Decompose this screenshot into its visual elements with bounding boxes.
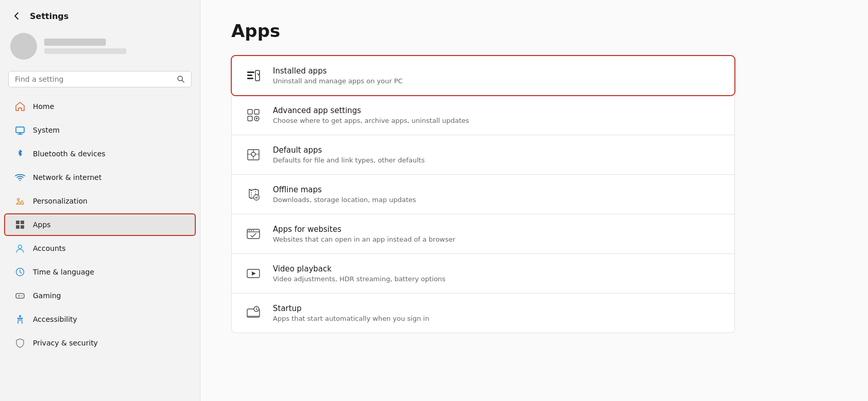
search-icon <box>177 75 185 83</box>
default-apps-desc: Defaults for file and link types, other … <box>273 156 424 164</box>
user-name <box>44 39 106 46</box>
offline-maps-title: Offline maps <box>273 185 416 194</box>
user-email <box>44 48 126 54</box>
settings-item-apps-for-websites[interactable]: Apps for websites Websites that can open… <box>231 214 735 254</box>
installed-apps-title: Installed apps <box>273 66 403 76</box>
svg-point-11 <box>21 296 22 297</box>
svg-point-12 <box>22 296 23 297</box>
sidebar-item-bluetooth[interactable]: Bluetooth & devices <box>4 142 196 165</box>
avatar <box>10 33 37 60</box>
main-content: Apps Installed apps Uninstall and manage… <box>200 0 868 401</box>
apps-icon <box>14 219 26 230</box>
apps-for-websites-text: Apps for websites Websites that can open… <box>273 225 455 243</box>
settings-item-offline-maps[interactable]: Offline maps Downloads, storage location… <box>231 175 735 214</box>
user-info <box>44 39 126 54</box>
svg-point-2 <box>20 180 21 181</box>
settings-item-advanced-app-settings[interactable]: Advanced app settings Choose where to ge… <box>231 96 735 135</box>
svg-rect-1 <box>16 127 24 133</box>
default-apps-text: Default apps Defaults for file and link … <box>273 145 424 164</box>
svg-rect-20 <box>248 116 252 121</box>
settings-item-startup[interactable]: Startup Apps that start automatically wh… <box>231 294 735 333</box>
advanced-app-settings-text: Advanced app settings Choose where to ge… <box>273 106 469 124</box>
sidebar-item-label-system: System <box>33 126 60 134</box>
home-icon <box>14 101 26 112</box>
back-button[interactable] <box>10 9 24 23</box>
sidebar-item-label-gaming: Gaming <box>33 291 61 300</box>
sidebar-item-gaming[interactable]: Gaming <box>4 284 196 307</box>
svg-point-24 <box>254 195 260 200</box>
offline-maps-text: Offline maps Downloads, storage location… <box>273 185 416 204</box>
sidebar-item-label-accounts: Accounts <box>33 244 66 252</box>
sidebar-item-label-privacy: Privacy & security <box>33 339 98 347</box>
video-playback-desc: Video adjustments, HDR streaming, batter… <box>273 275 446 283</box>
gaming-icon <box>14 290 26 301</box>
advanced-app-settings-title: Advanced app settings <box>273 106 469 115</box>
svg-point-28 <box>253 230 254 231</box>
startup-desc: Apps that start automatically when you s… <box>273 315 429 322</box>
svg-rect-15 <box>247 75 252 76</box>
sidebar-item-privacy[interactable]: Privacy & security <box>4 332 196 354</box>
accessibility-icon <box>14 314 26 325</box>
sidebar-item-label-personalization: Personalization <box>33 197 87 205</box>
sidebar-title: Settings <box>30 11 69 21</box>
startup-icon <box>244 304 263 322</box>
settings-item-video-playback[interactable]: Video playback Video adjustments, HDR st… <box>231 254 735 294</box>
sidebar-item-personalization[interactable]: Personalization <box>4 190 196 212</box>
svg-point-3 <box>17 198 20 200</box>
system-icon <box>14 124 26 136</box>
installed-apps-text: Installed apps Uninstall and manage apps… <box>273 66 403 85</box>
bluetooth-icon <box>14 148 26 159</box>
search-input[interactable] <box>15 75 172 83</box>
svg-point-26 <box>249 230 250 231</box>
sidebar-item-network[interactable]: Network & internet <box>4 166 196 189</box>
sidebar-item-home[interactable]: Home <box>4 95 196 118</box>
sidebar-item-label-bluetooth: Bluetooth & devices <box>33 150 105 158</box>
apps-for-websites-icon <box>244 225 263 243</box>
advanced-app-settings-icon <box>244 106 263 124</box>
svg-point-27 <box>251 230 252 231</box>
sidebar-item-label-time: Time & language <box>33 268 94 276</box>
svg-rect-19 <box>254 110 259 114</box>
svg-point-8 <box>19 245 22 249</box>
sidebar-item-label-apps: Apps <box>33 221 51 229</box>
svg-rect-16 <box>247 78 253 79</box>
svg-rect-7 <box>21 225 24 229</box>
sidebar-item-accounts[interactable]: Accounts <box>4 237 196 260</box>
user-section <box>0 28 200 68</box>
nav-list: Home System Bluetooth & devices <box>0 95 200 401</box>
sidebar-item-time[interactable]: Time & language <box>4 261 196 283</box>
svg-rect-4 <box>16 221 20 224</box>
accounts-icon <box>14 243 26 254</box>
sidebar-item-accessibility[interactable]: Accessibility <box>4 308 196 331</box>
startup-title: Startup <box>273 304 429 313</box>
privacy-icon <box>14 337 26 349</box>
network-icon <box>14 172 26 183</box>
svg-rect-14 <box>247 71 254 73</box>
startup-text: Startup Apps that start automatically wh… <box>273 304 429 322</box>
video-playback-title: Video playback <box>273 264 446 274</box>
sidebar-item-label-accessibility: Accessibility <box>33 315 77 323</box>
offline-maps-icon <box>244 185 263 204</box>
sidebar-item-label-network: Network & internet <box>33 173 102 181</box>
settings-list: Installed apps Uninstall and manage apps… <box>231 56 735 333</box>
installed-apps-icon <box>244 66 263 85</box>
svg-point-13 <box>19 315 21 317</box>
installed-apps-desc: Uninstall and manage apps on your PC <box>273 77 403 85</box>
svg-rect-17 <box>255 70 260 81</box>
sidebar-item-label-home: Home <box>33 102 54 111</box>
svg-rect-18 <box>248 110 252 114</box>
settings-item-installed-apps[interactable]: Installed apps Uninstall and manage apps… <box>231 56 735 96</box>
apps-for-websites-desc: Websites that can open in an app instead… <box>273 235 455 243</box>
default-apps-title: Default apps <box>273 145 424 155</box>
sidebar-header: Settings <box>0 0 200 28</box>
default-apps-icon <box>244 145 263 164</box>
personalization-icon <box>14 195 26 207</box>
sidebar-item-system[interactable]: System <box>4 119 196 141</box>
time-icon <box>14 266 26 278</box>
settings-item-default-apps[interactable]: Default apps Defaults for file and link … <box>231 135 735 175</box>
video-playback-text: Video playback Video adjustments, HDR st… <box>273 264 446 283</box>
search-box[interactable] <box>8 71 192 87</box>
apps-for-websites-title: Apps for websites <box>273 225 455 234</box>
svg-rect-10 <box>16 294 24 298</box>
sidebar-item-apps[interactable]: Apps <box>4 213 196 236</box>
